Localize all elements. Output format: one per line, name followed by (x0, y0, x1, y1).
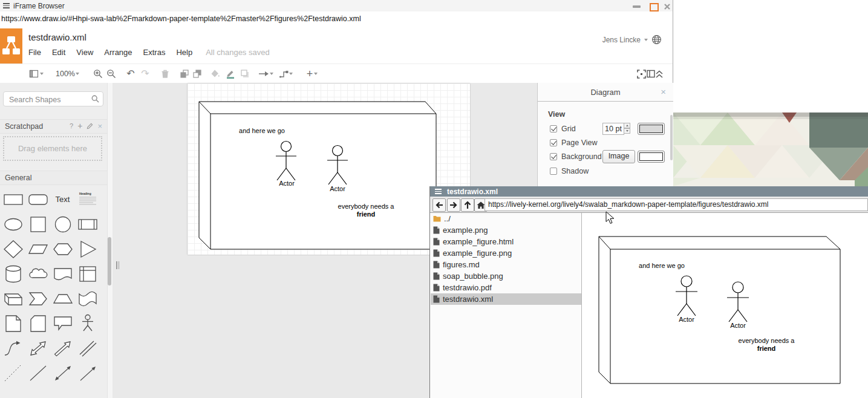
shape-rectangle[interactable] (1, 187, 25, 212)
scratchpad-section[interactable]: Scratchpad ? + × (0, 119, 107, 134)
general-section[interactable]: General (0, 171, 107, 185)
menu-file[interactable]: File (28, 48, 41, 57)
shape-circle[interactable] (50, 212, 75, 237)
scratchpad-dropzone[interactable]: Drag elements here (3, 136, 102, 161)
close-button[interactable] (664, 3, 671, 10)
file-row[interactable]: example_figure.png (431, 247, 581, 259)
shape-document[interactable] (50, 261, 75, 286)
menu-arrange[interactable]: Arrange (104, 48, 132, 57)
caption-line1[interactable]: everybody needs a (338, 203, 395, 210)
shape-process[interactable] (75, 212, 100, 237)
page-view-toggle-button[interactable] (28, 68, 40, 80)
undo-button[interactable]: ↶ (125, 68, 137, 80)
shape-note[interactable] (1, 311, 25, 336)
window1-titlebar[interactable]: iFrame Browser (0, 0, 673, 12)
to-front-button[interactable] (178, 68, 191, 80)
shape-cube[interactable] (1, 286, 25, 311)
background-image-button[interactable]: Image (602, 150, 635, 163)
menu-view[interactable]: View (76, 48, 93, 57)
insert-dropdown-icon[interactable] (314, 73, 318, 75)
grid-size-stepper[interactable] (624, 123, 630, 135)
shape-cloud[interactable] (25, 261, 50, 286)
zoom-out-button[interactable] (105, 68, 117, 80)
shape-bidirectional-connector[interactable] (50, 360, 75, 385)
file-browser-url[interactable]: https://lively-kernel.org/lively4/swalab… (485, 198, 868, 211)
shape-search-box[interactable] (3, 91, 103, 106)
grid-checkbox[interactable] (550, 125, 557, 132)
window-menu-icon[interactable] (3, 3, 10, 8)
shape-actor[interactable] (75, 311, 100, 336)
stepper-down-icon[interactable] (624, 128, 630, 134)
page-view-checkbox[interactable] (550, 139, 557, 146)
search-input[interactable] (8, 94, 89, 105)
canvas-diagram[interactable]: and here we go Actor Actor everybody nee… (188, 83, 470, 255)
shape-cylinder[interactable] (1, 261, 25, 286)
language-globe-icon[interactable] (651, 34, 662, 45)
shape-internal-storage[interactable] (75, 261, 100, 286)
zoom-in-button[interactable] (92, 68, 104, 80)
shape-callout[interactable] (50, 311, 75, 336)
to-back-button[interactable] (191, 68, 203, 80)
shape-dashed-line[interactable] (1, 360, 25, 385)
file-row-parent[interactable]: ../ (431, 213, 581, 224)
grid-color-swatch[interactable] (638, 123, 665, 135)
scratchpad-edit-icon[interactable] (86, 123, 93, 129)
shape-ellipse[interactable] (1, 212, 25, 237)
collapse-button[interactable] (653, 68, 665, 80)
shape-curve[interactable] (1, 336, 25, 360)
shape-trapezoid[interactable] (50, 286, 75, 311)
shape-tape[interactable] (75, 286, 100, 311)
file-row[interactable]: example.png (431, 224, 581, 236)
background-color-swatch[interactable] (638, 151, 665, 163)
grid-size-input[interactable]: 10 pt (602, 123, 624, 135)
shape-hexagon[interactable] (50, 237, 75, 261)
format-panel-scrollbar-thumb[interactable] (670, 115, 673, 160)
back-button[interactable] (432, 198, 446, 212)
file-row[interactable]: figures.md (431, 259, 581, 270)
shape-triangle[interactable] (75, 237, 100, 261)
shape-card[interactable] (25, 311, 50, 336)
diagram-note-text[interactable]: and here we go (239, 127, 285, 134)
maximize-button[interactable] (650, 3, 659, 11)
sidebar-scrollbar-thumb[interactable] (108, 237, 111, 285)
file-row[interactable]: soap_bubble.png (431, 270, 581, 282)
file-row-selected[interactable]: testdrawio.xml (431, 293, 581, 305)
minimize-button[interactable] (633, 3, 641, 9)
file-row[interactable]: example_figure.html (431, 236, 581, 247)
shape-parallelogram[interactable] (25, 237, 50, 261)
stepper-up-icon[interactable] (624, 123, 630, 128)
scratchpad-close-icon[interactable]: × (97, 122, 102, 130)
shape-square[interactable] (25, 212, 50, 237)
shape-directional-connector[interactable] (75, 360, 100, 385)
waypoints-button[interactable] (278, 68, 290, 80)
page-view-dropdown-icon[interactable] (40, 73, 44, 75)
window2-titlebar[interactable]: testdrawio.xml (430, 186, 868, 197)
line-color-button[interactable] (224, 68, 237, 80)
caption-line2[interactable]: friend (357, 210, 376, 218)
connection-button[interactable] (258, 68, 270, 80)
window2-menu-icon[interactable] (435, 189, 442, 194)
shadow-checkbox[interactable] (550, 168, 557, 175)
shape-rounded-rectangle[interactable] (25, 187, 50, 212)
zoom-dropdown-icon[interactable] (76, 73, 79, 75)
shape-heading[interactable]: Heading (75, 187, 100, 212)
menu-extras[interactable]: Extras (143, 48, 166, 57)
zoom-level[interactable]: 100% (56, 70, 75, 78)
shape-text[interactable]: Text (50, 187, 75, 212)
file-row[interactable]: testdrawio.pdf (431, 282, 581, 293)
scratchpad-add-icon[interactable]: + (77, 122, 82, 130)
format-panel-close-icon[interactable]: × (661, 86, 666, 97)
background-checkbox[interactable] (550, 153, 557, 160)
menu-edit[interactable]: Edit (52, 48, 65, 57)
shape-line[interactable] (25, 360, 50, 385)
actor1-label[interactable]: Actor (279, 180, 295, 187)
tab-diagram[interactable]: Diagram (538, 88, 673, 97)
scratchpad-help-icon[interactable]: ? (70, 122, 73, 129)
shape-diamond[interactable] (1, 237, 25, 261)
shape-link[interactable] (75, 336, 100, 360)
user-menu[interactable]: Jens Lincke (602, 34, 662, 45)
browser-url-bar[interactable]: https://www.draw.io/#Hhpi-swa-lab%2Fmark… (0, 11, 673, 27)
sidebar-collapse-handle[interactable] (116, 260, 120, 271)
menu-help[interactable]: Help (176, 48, 192, 57)
forward-button[interactable] (447, 198, 460, 212)
